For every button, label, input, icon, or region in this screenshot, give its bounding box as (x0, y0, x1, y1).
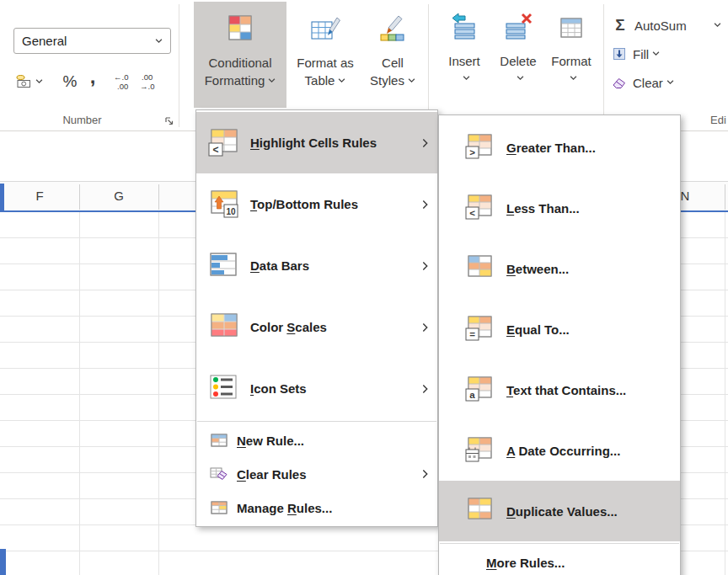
insert-button[interactable]: Insert (440, 2, 489, 108)
column-header-g[interactable]: G (79, 189, 158, 203)
excel-window: General % , ←.0 .00 .00 →.0 (0, 0, 728, 575)
between-icon (464, 253, 495, 284)
chevron-down-icon (652, 51, 660, 56)
comma-glyph: , (90, 65, 96, 88)
column-header-divider (79, 184, 80, 210)
menu-item-label: Data Bars (250, 258, 309, 273)
highlight-cells-rules-submenu: > Greater Than... < Less Than... (438, 114, 681, 575)
accounting-icon (15, 73, 32, 90)
submenu-item-text-that-contains[interactable]: a Text that Contains... (439, 359, 680, 420)
menu-item-color-scales[interactable]: Color Scales (196, 296, 437, 358)
number-dialog-launcher[interactable] (164, 116, 174, 126)
chevron-down-icon (666, 80, 674, 85)
accounting-format-button[interactable] (15, 71, 43, 93)
menu-item-icon-sets[interactable]: Icon Sets (196, 358, 437, 419)
clear-eraser-icon (612, 75, 627, 90)
submenu-arrow-icon (422, 470, 428, 479)
chevron-down-icon (408, 78, 415, 83)
chevron-down-icon (35, 79, 43, 84)
dialog-launcher-icon (164, 116, 174, 126)
cs-label-line1: Cell (382, 54, 404, 72)
number-format-select[interactable]: General (13, 28, 171, 54)
clear-button[interactable]: Clear (612, 71, 728, 94)
menu-item-label: Icon Sets (250, 381, 307, 396)
menu-item-highlight-cells-rules[interactable]: < Highlight Cells Rules (196, 112, 437, 173)
menu-item-top-bottom-rules[interactable]: 10 Top/Bottom Rules (196, 173, 437, 235)
delete-cells-icon (504, 12, 533, 40)
submenu-item-label: Greater Than... (506, 141, 596, 155)
fill-icon (612, 46, 627, 61)
fill-label: Fill (633, 47, 649, 61)
submenu-arrow-icon (422, 200, 428, 209)
conditional-formatting-button[interactable]: Conditional Formatting (194, 2, 286, 108)
svg-text:←.0: ←.0 (114, 72, 128, 82)
autosum-sigma-icon: Σ (612, 16, 629, 35)
submenu-item-a-date-occurring[interactable]: A Date Occurring... (439, 420, 680, 481)
menu-item-clear-rules[interactable]: Clear Rules (196, 457, 437, 491)
chevron-down-icon (714, 23, 721, 28)
less-than-icon: < (464, 193, 495, 223)
fat-label-line1: Format as (297, 54, 354, 72)
comma-style-button[interactable]: , (84, 66, 101, 88)
svg-text:a: a (469, 390, 475, 400)
submenu-item-less-than[interactable]: < Less Than... (439, 178, 680, 238)
submenu-item-label: Duplicate Values... (506, 504, 618, 519)
color-scales-icon (206, 311, 240, 344)
cf-label-line1: Conditional (208, 54, 271, 72)
percent-glyph: % (63, 72, 78, 91)
menu-item-manage-rules[interactable]: Manage Rules... (196, 491, 437, 524)
submenu-item-greater-than[interactable]: > Greater Than... (439, 117, 680, 178)
decrease-decimal-button[interactable]: .00 →.0 (139, 71, 162, 93)
submenu-item-equal-to[interactable]: = Equal To... (439, 299, 680, 359)
cf-label-line2: Formatting (205, 72, 265, 89)
data-bars-icon (206, 249, 240, 283)
delete-button[interactable]: Delete (494, 2, 543, 108)
top-bottom-rules-icon: 10 (206, 188, 240, 221)
autosum-button[interactable]: Σ AutoSum (612, 13, 728, 37)
grid-column-line (79, 212, 80, 575)
highlight-cells-rules-icon: < (206, 126, 240, 160)
cell-styles-button[interactable]: Cell Styles (362, 2, 423, 108)
submenu-item-more-rules[interactable]: More Rules... (439, 546, 680, 575)
percent-style-button[interactable]: % (59, 71, 81, 93)
submenu-arrow-icon (422, 261, 428, 270)
submenu-item-label: Less Than... (506, 201, 580, 216)
text-that-contains-icon: a (464, 375, 495, 405)
svg-text:<: < (212, 144, 218, 156)
chevron-down-icon (338, 78, 345, 83)
chevron-down-icon (268, 78, 276, 83)
increase-decimal-button[interactable]: ←.0 .00 (113, 71, 136, 93)
conditional-formatting-menu: < Highlight Cells Rules 10 Top/Bottom Ru… (195, 109, 438, 527)
svg-text:>: > (469, 147, 475, 157)
conditional-formatting-icon (223, 12, 257, 45)
cs-label-line2: Styles (370, 72, 404, 89)
grid-column-line (725, 212, 725, 575)
column-header-divider (725, 184, 725, 210)
grid-column-line (158, 212, 159, 575)
duplicate-values-icon (464, 496, 495, 526)
fill-button[interactable]: Fill (612, 42, 728, 66)
submenu-item-label: Between... (506, 262, 569, 276)
submenu-item-label: More Rules... (486, 556, 565, 570)
chevron-down-icon (517, 76, 524, 81)
column-header-f[interactable]: F (0, 189, 79, 203)
group-separator (179, 4, 179, 127)
menu-item-data-bars[interactable]: Data Bars (196, 235, 437, 296)
number-format-value: General (22, 34, 67, 48)
submenu-arrow-icon (422, 384, 428, 393)
editing-group-label-partial: Edi (710, 114, 728, 126)
a-date-occurring-icon (464, 435, 495, 466)
menu-item-new-rule[interactable]: New Rule... (196, 423, 437, 457)
format-as-table-button[interactable]: Format as Table (290, 2, 361, 108)
menu-item-label: Top/Bottom Rules (250, 197, 358, 211)
submenu-item-label: A Date Occurring... (506, 444, 620, 458)
chevron-down-icon (463, 76, 470, 81)
submenu-item-duplicate-values[interactable]: Duplicate Values... (439, 481, 680, 541)
svg-text:.00: .00 (142, 72, 153, 82)
submenu-item-label: Equal To... (506, 322, 570, 337)
group-separator (603, 4, 604, 127)
menu-separator (197, 421, 436, 422)
submenu-item-between[interactable]: Between... (439, 238, 680, 299)
format-button[interactable]: Format (546, 2, 597, 108)
new-rule-icon (210, 431, 228, 450)
